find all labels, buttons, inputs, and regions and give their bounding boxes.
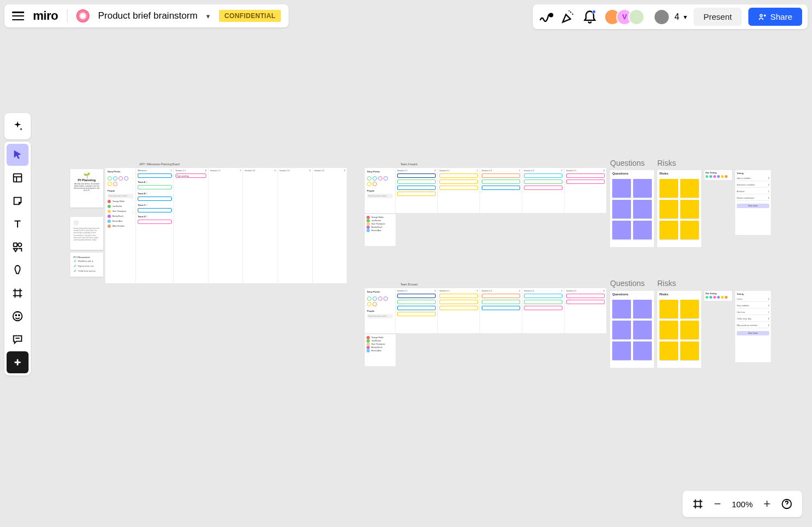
questions-label: Questions <box>610 159 645 167</box>
art-board[interactable]: Story Points People Search by name or em… <box>105 168 347 283</box>
vote-row[interactable]: Love it3 <box>737 297 769 302</box>
person-row[interactable]: Miles Franklin <box>108 225 133 228</box>
voting-label: Voting <box>737 293 769 295</box>
team-a-title: Team A board <box>401 162 418 166</box>
dot-voting-label: Dot Voting <box>706 292 731 295</box>
pi-subtitle: Identify and define all needed deliverab… <box>74 183 100 192</box>
dot-voting[interactable]: Dot Voting <box>704 291 732 301</box>
team-a-people[interactable]: George Fields Jan Becker Sam Thompson Be… <box>365 214 396 246</box>
people-label: People <box>108 189 133 192</box>
panel-title: Questions <box>610 291 654 298</box>
pi-title-card[interactable]: 🌱 PI Planning Identify and define all ne… <box>70 169 103 208</box>
link-row[interactable]: 🔗Trello from source <box>74 268 100 273</box>
canvas[interactable]: 🌱 PI Planning Identify and define all ne… <box>0 0 812 527</box>
vote-row[interactable]: A feature2 <box>737 189 769 194</box>
risks-panel[interactable]: Risks <box>657 291 701 368</box>
team-b-people[interactable]: George Fields Jan Becker Sam Thompson Be… <box>365 334 396 366</box>
person-row[interactable]: George Fields <box>108 200 133 203</box>
vote-row[interactable]: Someone's confident4 <box>737 183 769 188</box>
pi-links-card[interactable]: PI 1 Documents 🔗Workflow with ▸ 🔗Figma t… <box>70 253 103 277</box>
risks-label: Risks <box>657 159 676 167</box>
people-label: People <box>367 310 393 312</box>
start-vote-button[interactable]: Start vote ▸ <box>737 331 769 335</box>
risks-label: Risks <box>657 279 676 288</box>
link-row[interactable]: 🔗Figma team unit <box>74 264 100 268</box>
dot-voting[interactable]: Dot Voting <box>704 170 732 180</box>
risks-panel[interactable]: Risks <box>657 170 701 247</box>
dot-voting-label: Dot Voting <box>706 171 731 174</box>
person-row[interactable]: Sam Thompson <box>108 210 133 213</box>
start-vote-button[interactable]: Start vote ▸ <box>737 204 769 208</box>
voting-label: Voting <box>737 172 769 175</box>
person-row[interactable]: Jan Becker <box>108 205 133 208</box>
vote-row[interactable]: Like it too2 <box>737 310 769 315</box>
link-row[interactable]: 🔗Workflow with ▸ <box>74 259 100 264</box>
search-input[interactable]: Search by name or email <box>367 194 393 198</box>
voting-panel[interactable]: Voting Love it3 Very confident4 Like it … <box>735 291 771 362</box>
panel-title: Risks <box>657 291 701 298</box>
panel-title: Risks <box>657 170 701 177</box>
search-input[interactable]: Search by name or email <box>367 314 393 318</box>
vote-row[interactable]: Very confident4 <box>737 304 769 309</box>
story-points-label: Story Points <box>367 170 393 173</box>
team-b-title: Team B board <box>401 283 418 286</box>
voting-panel[interactable]: Voting Idea is confident3 Someone's conf… <box>735 170 771 235</box>
person-row[interactable]: Becky Burch <box>108 215 133 218</box>
team-b-board[interactable]: Story Points People Search by name or em… <box>365 288 606 333</box>
vote-row[interactable]: I'd like more data0 <box>737 317 769 322</box>
questions-label: Questions <box>610 279 645 288</box>
story-points-label: Story Points <box>367 290 393 293</box>
pi-title: PI Planning <box>74 178 100 182</box>
person-row[interactable]: Emma Auer <box>108 220 133 223</box>
art-title: ART / Milestones Planning Board <box>139 162 179 166</box>
questions-panel[interactable]: Questions <box>610 291 654 368</box>
panel-title: Questions <box>610 170 654 177</box>
team-a-board[interactable]: Story Points People Search by name or em… <box>365 168 606 213</box>
story-points-label: Story Points <box>108 170 133 173</box>
pi-desc-card[interactable]: During release planning teams kick-start… <box>70 217 103 250</box>
people-label: People <box>367 189 393 192</box>
questions-panel[interactable]: Questions <box>610 170 654 247</box>
vote-row[interactable]: Idea is confident3 <box>737 176 769 181</box>
vote-row[interactable]: Needs consideration0 <box>737 196 769 201</box>
search-input[interactable]: Search by name or email <box>108 194 133 198</box>
vote-row[interactable]: Why would we need this0 <box>737 323 769 328</box>
